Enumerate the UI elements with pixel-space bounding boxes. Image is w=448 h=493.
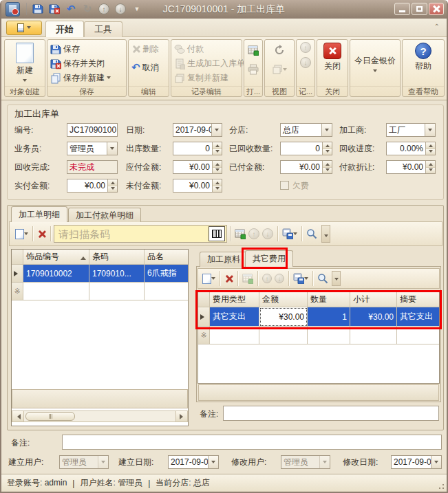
cell-name[interactable]: 6爪戒指 bbox=[145, 265, 188, 283]
cell-amount[interactable]: ¥30.00 bbox=[259, 307, 308, 327]
branch-combo[interactable]: 总店 bbox=[280, 123, 332, 137]
chevron-down-icon[interactable] bbox=[208, 456, 218, 468]
resize-grip[interactable] bbox=[437, 482, 445, 490]
modified-date-combo[interactable]: 2017-09-0 bbox=[391, 455, 442, 469]
scrollbar-thumb[interactable] bbox=[25, 412, 75, 421]
fees-note-input[interactable] bbox=[223, 406, 439, 421]
cell-fee-type[interactable]: 其它支出 bbox=[210, 307, 259, 327]
cell-subtotal[interactable]: ¥30.00 bbox=[350, 307, 397, 327]
spin-up-icon[interactable] bbox=[323, 142, 332, 149]
minimize-button[interactable] bbox=[394, 3, 410, 15]
delete-fee-button[interactable] bbox=[223, 270, 235, 287]
spin-down-icon[interactable] bbox=[213, 149, 222, 155]
spin-down-icon[interactable] bbox=[426, 149, 435, 155]
spin-down-icon[interactable] bbox=[426, 167, 435, 173]
print-preview-icon[interactable] bbox=[246, 42, 260, 58]
date-combo[interactable]: 2017-09-0 bbox=[173, 123, 222, 137]
chevron-down-icon[interactable] bbox=[107, 142, 117, 155]
barcode-scan-field[interactable] bbox=[54, 225, 227, 243]
column-header-code[interactable]: 饰品编号 bbox=[23, 250, 89, 265]
spin-up-icon[interactable] bbox=[108, 179, 117, 186]
spin-up-icon[interactable] bbox=[426, 161, 435, 167]
preview-button[interactable] bbox=[316, 270, 330, 287]
progress-spinner[interactable]: 0.00% bbox=[386, 142, 436, 155]
close-form-button[interactable]: 关闭 bbox=[319, 42, 346, 86]
help-button[interactable]: ? 帮助 bbox=[404, 42, 442, 86]
tab-home[interactable]: 开始 bbox=[45, 21, 84, 37]
spin-down-icon[interactable] bbox=[323, 149, 332, 155]
tab-other-fees[interactable]: 其它费用 bbox=[245, 250, 293, 267]
processor-combo[interactable]: 工厂 bbox=[386, 123, 436, 137]
out-qty-spinner[interactable]: 0 bbox=[173, 142, 222, 155]
save-and-new-button[interactable]: 保存并新建 bbox=[49, 71, 125, 85]
created-date-combo[interactable]: 2017-09-0 bbox=[168, 455, 219, 469]
cell-barcode[interactable]: 1709010... bbox=[89, 265, 145, 283]
chevron-down-icon[interactable] bbox=[431, 456, 441, 468]
spin-up-icon[interactable] bbox=[323, 161, 332, 167]
chevron-down-icon[interactable] bbox=[321, 124, 332, 136]
note-input[interactable] bbox=[62, 435, 442, 450]
recovered-qty-spinner[interactable]: 0 bbox=[280, 142, 332, 155]
spin-up-icon[interactable] bbox=[426, 142, 435, 149]
number-field[interactable]: JC17090100 bbox=[67, 123, 118, 137]
spin-down-icon[interactable] bbox=[108, 186, 117, 192]
table-row[interactable]: 1709010002 1709010... 6爪戒指 bbox=[12, 265, 188, 283]
column-header-note[interactable]: 摘要 bbox=[397, 292, 439, 307]
save-and-close-button[interactable]: 保存并关闭 bbox=[49, 56, 125, 71]
table-row[interactable]: 其它支出 ¥30.00 1 ¥30.00 其它支出 bbox=[198, 307, 439, 327]
cell-note[interactable]: 其它支出 bbox=[397, 307, 439, 327]
column-header-subtotal[interactable]: 小计 bbox=[350, 292, 397, 307]
refresh-icon[interactable] bbox=[273, 42, 286, 58]
new-row[interactable]: ※ bbox=[12, 283, 188, 300]
cell-qty[interactable]: 1 bbox=[308, 307, 350, 327]
new-row-button[interactable] bbox=[14, 226, 30, 242]
maximize-button[interactable] bbox=[412, 3, 427, 15]
column-header-amount[interactable]: 金额 bbox=[259, 292, 308, 307]
spin-up-icon[interactable] bbox=[213, 142, 222, 149]
spin-up-icon[interactable] bbox=[213, 161, 222, 167]
discount-spinner[interactable]: ¥0.00 bbox=[386, 160, 436, 174]
chevron-down-icon[interactable] bbox=[211, 124, 222, 136]
chevron-down-icon[interactable] bbox=[425, 124, 435, 136]
column-header-fee-type[interactable]: 费用类型 bbox=[210, 292, 259, 307]
column-header-qty[interactable]: 数量 bbox=[308, 292, 350, 307]
tab-payment-detail[interactable]: 加工付款单明细 bbox=[68, 208, 141, 222]
new-fee-button[interactable] bbox=[201, 270, 217, 287]
tab-process-detail[interactable]: 加工单明细 bbox=[11, 206, 67, 222]
actual-paid-spinner[interactable]: ¥0.00 bbox=[67, 179, 118, 193]
unpaid-spinner[interactable]: ¥0.00 bbox=[173, 179, 222, 193]
column-header-name[interactable]: 品名 bbox=[145, 250, 188, 265]
payable-spinner[interactable]: ¥0.00 bbox=[173, 160, 222, 174]
scroll-right-icon[interactable] bbox=[175, 411, 187, 421]
delete-row-button[interactable] bbox=[36, 226, 47, 242]
cancel-button[interactable]: ↶ 取消 bbox=[130, 61, 167, 75]
barcode-input[interactable] bbox=[54, 226, 209, 242]
gold-price-button[interactable]: 今日金银价 bbox=[352, 42, 398, 86]
toolbar-overflow-button[interactable] bbox=[321, 225, 330, 243]
cell-code[interactable]: 1709010002 bbox=[23, 265, 89, 283]
horizontal-scrollbar[interactable] bbox=[12, 410, 188, 422]
column-header-barcode[interactable]: 条码 bbox=[89, 250, 145, 265]
new-row[interactable]: ※ bbox=[198, 327, 439, 344]
spin-down-icon[interactable] bbox=[213, 167, 222, 173]
close-button[interactable] bbox=[429, 3, 444, 15]
batch-add-button[interactable] bbox=[233, 226, 247, 242]
barcode-icon[interactable] bbox=[209, 226, 225, 241]
preview-button[interactable] bbox=[305, 226, 319, 242]
spin-down-icon[interactable] bbox=[213, 186, 222, 192]
print-export-button[interactable] bbox=[292, 270, 310, 287]
new-button[interactable]: 新建 bbox=[6, 42, 43, 86]
titlebar[interactable]: ↶ ↻ ↑ ↓ ▼ JC1709010001 - 加工出库单 bbox=[1, 0, 447, 19]
save-button[interactable]: 保存 bbox=[49, 42, 125, 56]
print-export-button[interactable] bbox=[281, 226, 299, 242]
toolbar-overflow-button[interactable] bbox=[332, 271, 341, 286]
collapse-ribbon-icon[interactable]: ⌃ bbox=[434, 23, 440, 30]
spin-down-icon[interactable] bbox=[323, 167, 332, 173]
application-menu-button[interactable] bbox=[6, 21, 42, 35]
spin-up-icon[interactable] bbox=[213, 179, 222, 186]
scroll-left-icon[interactable] bbox=[12, 411, 24, 421]
paid-spinner[interactable]: ¥0.00 bbox=[280, 160, 332, 174]
salesman-combo[interactable]: 管理员 bbox=[67, 142, 118, 155]
tab-tools[interactable]: 工具 bbox=[84, 21, 122, 37]
tab-materials[interactable]: 加工原料 bbox=[200, 252, 248, 267]
